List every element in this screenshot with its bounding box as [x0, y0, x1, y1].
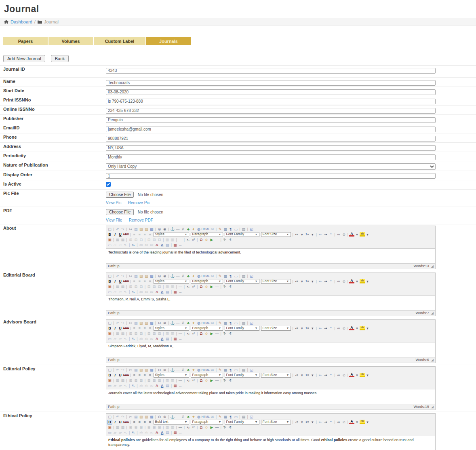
ruler-icon[interactable]: ↔ [178, 243, 183, 247]
align-right-icon[interactable]: ≡ [142, 326, 147, 330]
styles-dropdown[interactable]: Styles▼ [154, 232, 189, 237]
page-break-icon[interactable]: ▭ [233, 321, 238, 325]
indent-icon[interactable]: ⇥ [323, 279, 328, 283]
editor-content[interactable]: Thomson, P, Neil.A, Emmi S, Sasha L, [106, 296, 435, 310]
row-delete-icon[interactable]: ⊟ [139, 285, 144, 289]
col-after-icon[interactable]: ⊞ [152, 425, 157, 429]
ruler-icon[interactable]: ↔ [178, 384, 183, 388]
paragraph-dropdown[interactable]: Paragraph▼ [191, 279, 223, 284]
bullet-list-dd-icon[interactable]: ▾ [299, 232, 305, 237]
align-left-icon[interactable]: ≡ [132, 232, 137, 237]
merge-cells-icon[interactable]: ▥ [170, 425, 175, 429]
paragraph-dropdown[interactable]: Paragraph▼ [191, 232, 223, 237]
edit-html-icon[interactable]: ◍ [196, 227, 201, 231]
preview-mail-icon[interactable]: ✉ [210, 368, 215, 372]
image-props-icon[interactable]: ▣ [107, 238, 112, 242]
row-delete-icon[interactable]: ⊟ [139, 332, 144, 336]
advanced-hr-icon[interactable]: ― [214, 378, 219, 382]
back-button-top[interactable]: Back [51, 55, 69, 62]
strikethrough-icon[interactable]: ABC [123, 326, 129, 330]
col-delete-icon[interactable]: ⊟ [157, 332, 162, 336]
table-icon[interactable]: ▦ [115, 378, 120, 382]
tab-journals[interactable]: Journals [146, 37, 191, 45]
print-icon[interactable]: ▤ [241, 274, 246, 278]
insert-date-icon[interactable]: ▦ [223, 368, 228, 372]
advanced-hr-icon[interactable]: ― [214, 238, 219, 242]
table-props-icon[interactable]: ▦ [120, 238, 125, 242]
find-icon[interactable]: ⊙ [157, 415, 162, 419]
underline-icon[interactable]: U [118, 279, 123, 283]
remove-format-icon[interactable]: ✗ [180, 368, 185, 372]
print-icon[interactable]: ▤ [241, 368, 246, 372]
table-props-icon[interactable]: ▦ [120, 285, 125, 289]
resize-handle[interactable]: ◢ [431, 311, 434, 315]
col-delete-icon[interactable]: ⊟ [157, 238, 162, 242]
row-after-icon[interactable]: ⊞ [133, 332, 139, 336]
bullet-list-icon[interactable]: •≡ [294, 373, 299, 377]
cut-icon[interactable]: ✂ [128, 415, 133, 419]
merge-cells-icon[interactable]: ▥ [170, 378, 175, 382]
visual-aid-icon[interactable]: ¶ [228, 368, 233, 372]
style-props-icon[interactable]: 4₁ [131, 431, 136, 435]
visual-aid-icon[interactable]: ¶ [228, 227, 233, 231]
remove-format-icon[interactable]: ✗ [180, 227, 185, 231]
undo-icon[interactable]: ↶ [115, 368, 120, 372]
insert-hr-icon[interactable]: — [178, 238, 183, 242]
indent-icon[interactable]: ⇥ [323, 326, 328, 330]
strikethrough-icon[interactable]: ABC [123, 279, 129, 283]
blockquote-icon[interactable]: “ [328, 232, 333, 237]
new-document-icon[interactable]: ▢ [107, 368, 112, 372]
align-right-icon[interactable]: ≡ [142, 279, 147, 283]
font-size-dropdown[interactable]: Font Size▼ [261, 232, 291, 237]
move-backward-icon[interactable]: ▱ [118, 337, 123, 341]
link-icon[interactable]: ∞ [336, 373, 341, 377]
html-label-icon[interactable]: HTML [201, 415, 209, 419]
image-props-icon[interactable]: ▣ [107, 285, 112, 289]
paste-text-icon[interactable]: ▨ [144, 274, 149, 278]
undo-icon[interactable]: ↶ [115, 227, 120, 231]
numbered-list-dd-icon[interactable]: ▾ [310, 420, 315, 424]
highlight-color-dd-icon[interactable]: ▾ [365, 232, 370, 237]
insert-hr-icon[interactable]: — [178, 425, 183, 429]
move-backward-icon[interactable]: ▱ [118, 384, 123, 388]
highlight-color-dd-icon[interactable]: ▾ [365, 373, 370, 377]
merge-cells-icon[interactable]: ▥ [170, 332, 175, 336]
align-left-icon[interactable]: ≡ [132, 326, 137, 330]
cite-icon[interactable]: ab [139, 431, 144, 435]
row-before-icon[interactable]: ⊞ [128, 285, 133, 289]
special-char-icon[interactable]: Ω [198, 238, 204, 242]
unlink-icon[interactable]: ⊘ [341, 373, 347, 377]
unlink-icon[interactable]: ⊘ [341, 232, 347, 237]
copy-icon[interactable]: ▤ [133, 274, 139, 278]
underline-icon[interactable]: U [118, 326, 123, 330]
insert-layer-icon[interactable]: ▭ [107, 337, 112, 341]
fullscreen-icon[interactable]: ◱ [249, 227, 254, 231]
row-after-icon[interactable]: ⊞ [133, 425, 139, 429]
align-left-icon[interactable]: ≡ [132, 373, 137, 377]
pic-choose-file-button[interactable]: Choose File [106, 192, 134, 198]
visual-chars-icon[interactable]: ▦ [173, 243, 178, 247]
split-cells-icon[interactable]: ▥ [164, 238, 170, 242]
pdf-choose-file-button[interactable]: Choose File [106, 209, 134, 215]
move-backward-icon[interactable]: ▱ [118, 431, 123, 435]
ltr-icon[interactable]: ¶› [222, 332, 227, 336]
row-delete-icon[interactable]: ⊟ [139, 238, 144, 242]
rtl-icon[interactable]: ‹¶ [227, 425, 233, 429]
paste-text-icon[interactable]: ▨ [144, 415, 149, 419]
undo-icon[interactable]: ↶ [115, 321, 120, 325]
insert-date-icon[interactable]: ▦ [223, 227, 228, 231]
rtl-icon[interactable]: ‹¶ [227, 285, 233, 289]
superscript-icon[interactable]: x² [191, 425, 196, 429]
edit-css-icon[interactable]: ✎ [217, 321, 223, 325]
ins-icon[interactable]: A [160, 243, 165, 247]
edit-css-icon[interactable]: ✎ [217, 274, 223, 278]
bullet-list-dd-icon[interactable]: ▾ [299, 326, 305, 330]
bold-icon[interactable]: B [107, 232, 112, 237]
outdent-icon[interactable]: ⇤ [318, 232, 323, 237]
attributes-icon[interactable]: ▤ [165, 431, 170, 435]
del-icon[interactable]: A [154, 431, 160, 435]
move-forward-icon[interactable]: ▱ [112, 243, 118, 247]
redo-icon[interactable]: ↷ [120, 415, 125, 419]
row-before-icon[interactable]: ⊞ [128, 378, 133, 382]
align-justify-icon[interactable]: ≡ [147, 232, 153, 237]
